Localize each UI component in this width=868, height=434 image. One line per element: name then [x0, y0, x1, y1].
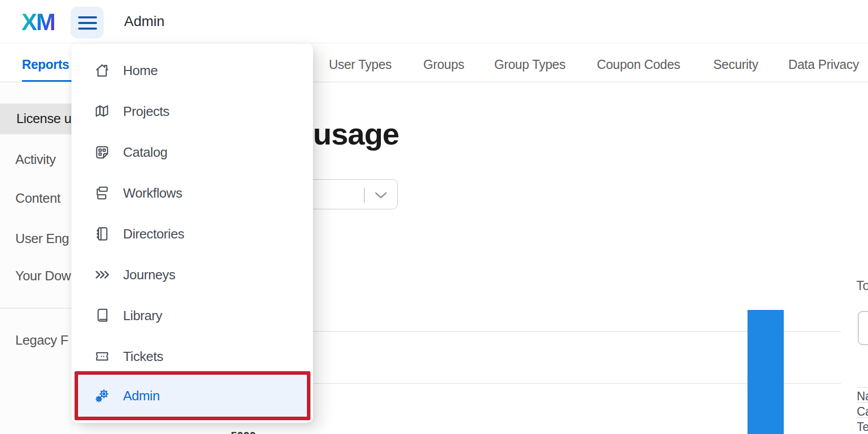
global-nav-menu: Home Projects [71, 43, 313, 423]
menu-item-journeys[interactable]: Journeys [71, 254, 313, 295]
sidebar-item-content[interactable]: Content [15, 190, 60, 206]
chart-axis-label: 5000 [231, 429, 256, 434]
tab-group-types[interactable]: Group Types [494, 57, 565, 72]
menu-item-label: Home [123, 50, 158, 91]
menu-item-tickets[interactable]: Tickets [71, 336, 313, 377]
hamburger-icon [78, 22, 97, 24]
menu-item-catalog[interactable]: Catalog [71, 132, 313, 173]
chevron-down-icon [374, 191, 388, 201]
total-label: To [856, 278, 868, 293]
menu-item-label: Admin [123, 375, 160, 416]
total-dropdown[interactable] [858, 311, 868, 345]
menu-item-library[interactable]: Library [71, 295, 313, 336]
table-row: Na [857, 390, 868, 403]
directories-icon [93, 225, 111, 243]
tickets-icon [93, 348, 111, 365]
library-icon [93, 307, 111, 324]
hamburger-icon [78, 28, 97, 30]
table-row: Te [857, 420, 868, 434]
catalog-icon [93, 143, 111, 161]
menu-item-directories[interactable]: Directories [71, 213, 313, 254]
menu-item-admin[interactable]: Admin [79, 375, 306, 417]
global-nav-hamburger-button[interactable] [70, 7, 104, 38]
table-row-divider [857, 387, 868, 388]
sidebar-item-user-engagement[interactable]: User Eng [15, 231, 69, 247]
tab-coupon-codes[interactable]: Coupon Codes [597, 57, 680, 72]
table-row-divider [857, 417, 868, 418]
page-title: Admin [124, 13, 164, 30]
sidebar-item-license-usage[interactable]: License u [16, 111, 71, 127]
menu-item-label: Projects [123, 91, 170, 132]
menu-item-label: Journeys [123, 254, 175, 295]
table-row: Ca [857, 405, 868, 419]
journeys-icon [93, 266, 111, 283]
sidebar-item-legacy[interactable]: Legacy F [15, 332, 68, 348]
menu-item-label: Tickets [123, 336, 163, 377]
tab-security[interactable]: Security [713, 57, 758, 72]
menu-item-label: Catalog [123, 132, 167, 173]
xm-logo: XM [21, 8, 55, 36]
menu-item-label: Workflows [123, 173, 182, 213]
sidebar-divider [0, 308, 74, 308]
tab-data-privacy[interactable]: Data Privacy [788, 57, 859, 72]
projects-icon [93, 103, 111, 120]
sidebar-item-activity[interactable]: Activity [15, 152, 56, 167]
sidebar-item-your-downloads[interactable]: Your Dow [15, 268, 71, 284]
tab-user-types[interactable]: User Types [329, 57, 392, 72]
app-window: XM Admin Reports User Types Groups Group… [0, 0, 868, 434]
menu-item-home[interactable]: Home [71, 50, 313, 91]
menu-item-label: Library [123, 295, 162, 336]
menu-item-label: Directories [123, 213, 184, 254]
tab-groups[interactable]: Groups [423, 57, 464, 72]
hamburger-icon [78, 16, 97, 18]
admin-gears-icon [93, 387, 111, 404]
sidebar [0, 82, 74, 434]
menu-item-projects[interactable]: Projects [71, 91, 313, 132]
menu-item-workflows[interactable]: Workflows [71, 173, 313, 213]
chart-bar [748, 310, 784, 434]
select-separator [364, 188, 365, 203]
home-icon [93, 62, 111, 79]
table-row-divider [857, 402, 868, 403]
tab-reports[interactable]: Reports [22, 57, 69, 72]
workflows-icon [93, 184, 111, 202]
report-heading: usage [313, 116, 399, 152]
